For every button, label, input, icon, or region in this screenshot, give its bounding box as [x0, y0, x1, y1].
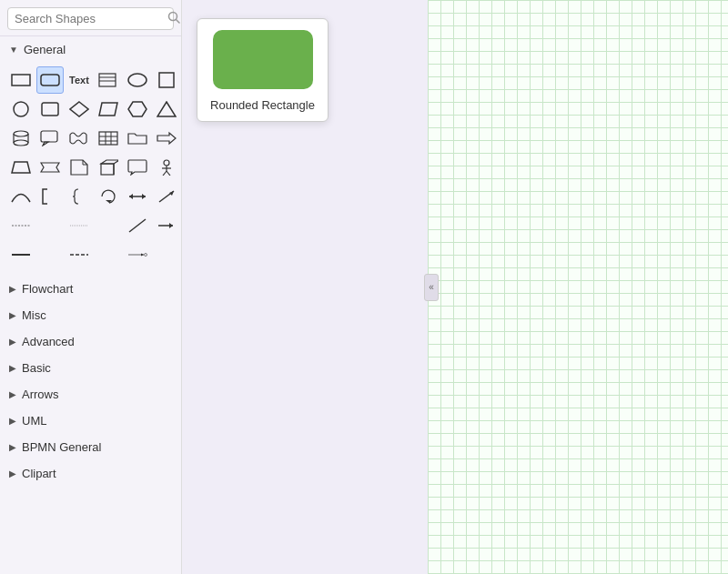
expand-icon-arrows: ▶	[9, 389, 16, 399]
svg-rect-10	[42, 103, 58, 116]
shape-bracket-left[interactable]	[36, 183, 64, 210]
grid-canvas	[428, 0, 728, 574]
category-basic[interactable]: ▶ Basic	[0, 355, 181, 381]
shape-doc[interactable]	[66, 154, 93, 181]
shape-table[interactable]	[95, 125, 122, 152]
shape-trapezoid[interactable]	[7, 154, 35, 181]
svg-marker-13	[128, 102, 147, 116]
shape-cylinder[interactable]	[7, 125, 35, 152]
svg-marker-31	[101, 160, 118, 164]
shape-arrow-right[interactable]	[153, 125, 180, 152]
svg-marker-27	[12, 162, 30, 173]
expand-icon-uml: ▶	[9, 416, 16, 426]
shape-rounded-square[interactable]	[36, 96, 64, 123]
expand-icon-misc: ▶	[9, 310, 16, 320]
category-bpmn[interactable]: ▶ BPMN General	[0, 434, 181, 460]
shape-cube[interactable]	[95, 154, 122, 181]
category-misc[interactable]: ▶ Misc	[0, 302, 181, 328]
category-bpmn-label: BPMN General	[22, 440, 101, 454]
shape-speech-bubble[interactable]	[124, 154, 151, 181]
search-input[interactable]	[15, 12, 167, 25]
shape-rectangle[interactable]	[7, 66, 35, 94]
shape-text[interactable]: Text	[66, 66, 93, 94]
svg-point-53	[145, 254, 147, 257]
category-flowchart[interactable]: ▶ Flowchart	[0, 276, 181, 302]
shape-dashed-line[interactable]	[7, 212, 35, 239]
collapse-icon: «	[429, 282, 434, 292]
svg-rect-3	[41, 75, 59, 86]
shape-folder[interactable]	[124, 125, 151, 152]
expand-icon-flowchart: ▶	[9, 284, 16, 294]
svg-marker-48	[169, 223, 173, 228]
search-icon	[167, 11, 180, 26]
shape-wavy[interactable]	[66, 125, 93, 152]
shape-note[interactable]	[95, 66, 122, 94]
svg-point-7	[128, 74, 147, 86]
shape-banner[interactable]	[36, 154, 64, 181]
svg-line-37	[167, 171, 170, 176]
shape-callout[interactable]	[36, 125, 64, 152]
canvas-area[interactable]	[428, 0, 728, 574]
svg-marker-14	[157, 102, 176, 116]
collapse-panel-button[interactable]: «	[424, 274, 439, 301]
shape-thick-line[interactable]	[7, 241, 35, 268]
expand-icon-clipart: ▶	[9, 468, 16, 478]
svg-line-1	[177, 20, 180, 24]
shape-person[interactable]	[153, 154, 180, 181]
expand-icon-general: ▼	[9, 45, 18, 55]
search-bar	[0, 0, 181, 36]
shape-preview-label: Rounded Rectangle	[210, 98, 315, 112]
search-wrapper	[7, 7, 174, 30]
expand-icon-bpmn: ▶	[9, 442, 16, 452]
category-advanced-label: Advanced	[22, 335, 75, 348]
shape-parallelogram[interactable]	[95, 96, 122, 123]
shape-circular-arrow[interactable]	[95, 183, 122, 210]
svg-rect-30	[101, 164, 114, 175]
shape-arc[interactable]	[7, 183, 35, 210]
sidebar: ▼ General Text	[0, 0, 182, 574]
svg-marker-12	[99, 103, 117, 116]
category-clipart[interactable]: ▶ Clipart	[0, 460, 181, 487]
expand-icon-basic: ▶	[9, 363, 16, 373]
shape-hexagon[interactable]	[124, 96, 151, 123]
shape-arrow-line[interactable]	[153, 212, 180, 239]
shape-diamond[interactable]	[66, 96, 93, 123]
svg-point-18	[14, 140, 28, 146]
shape-thick-dashed[interactable]	[66, 241, 93, 268]
category-arrows-label: Arrows	[22, 388, 58, 401]
shape-diagonal-arrow[interactable]	[153, 183, 180, 210]
shape-square[interactable]	[153, 66, 180, 94]
shape-bidirectional-arrow[interactable]	[124, 183, 151, 210]
svg-point-15	[14, 131, 28, 136]
svg-marker-41	[142, 194, 146, 199]
svg-point-33	[164, 160, 169, 166]
shapes-grid-general: Text	[0, 63, 181, 276]
svg-rect-4	[99, 74, 116, 86]
shape-triangle[interactable]	[153, 96, 180, 123]
category-misc-label: Misc	[22, 308, 46, 322]
svg-marker-26	[157, 133, 176, 144]
category-arrows[interactable]: ▶ Arrows	[0, 381, 181, 408]
svg-marker-20	[43, 142, 48, 146]
category-uml[interactable]: ▶ UML	[0, 408, 181, 434]
category-basic-label: Basic	[22, 361, 51, 375]
category-uml-label: UML	[22, 414, 46, 428]
shape-rounded-rectangle[interactable]	[36, 66, 64, 94]
expand-icon-advanced: ▶	[9, 337, 16, 347]
svg-marker-40	[129, 194, 133, 199]
shape-circle[interactable]	[7, 96, 35, 123]
category-flowchart-label: Flowchart	[22, 282, 73, 296]
shape-ellipse[interactable]	[124, 66, 151, 94]
shape-dotted-line[interactable]	[66, 212, 93, 239]
svg-point-9	[14, 102, 28, 116]
shape-connector-arrow[interactable]	[124, 241, 151, 268]
shape-preview-card: Rounded Rectangle	[197, 18, 329, 122]
category-advanced[interactable]: ▶ Advanced	[0, 328, 181, 355]
category-general[interactable]: ▼ General	[0, 36, 181, 63]
shape-angled-line[interactable]	[124, 212, 151, 239]
category-general-label: General	[24, 43, 66, 56]
svg-marker-43	[169, 191, 174, 196]
svg-marker-52	[141, 254, 144, 257]
shape-brace-left[interactable]	[66, 183, 93, 210]
svg-marker-11	[70, 102, 88, 116]
